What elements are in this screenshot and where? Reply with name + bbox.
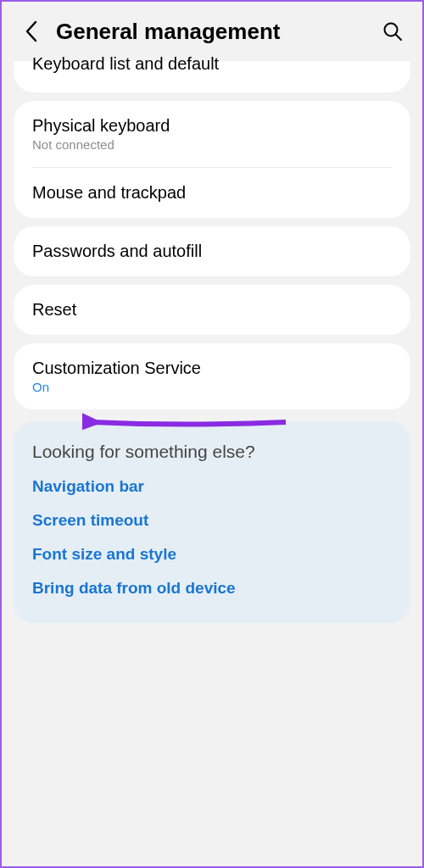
item-mouse-trackpad[interactable]: Mouse and trackpad [14,168,410,218]
section-customization: Customization Service On [14,343,410,409]
item-sub: On [32,380,392,394]
section-input-devices: Physical keyboard Not connected Mouse an… [14,101,410,218]
page-title: General management [56,19,380,45]
link-navigation-bar[interactable]: Navigation bar [32,477,392,496]
item-physical-keyboard[interactable]: Physical keyboard Not connected [14,101,410,167]
link-font-size-style[interactable]: Font size and style [32,545,392,564]
link-bring-data[interactable]: Bring data from old device [32,579,392,598]
item-label: Passwords and autofill [32,242,392,261]
item-label: Physical keyboard [32,116,392,136]
item-reset[interactable]: Reset [14,285,410,335]
footer-title: Looking for something else? [32,442,392,462]
item-label: Customization Service [32,359,392,378]
item-label: Reset [32,300,392,320]
back-icon[interactable] [17,17,46,46]
link-screen-timeout[interactable]: Screen timeout [32,511,392,530]
item-passwords-autofill[interactable]: Passwords and autofill [14,226,410,276]
header: General management [2,2,422,61]
section-truncated: Keyboard list and default [14,61,410,92]
item-keyboard-list[interactable]: Keyboard list and default [14,54,410,86]
item-sub: Not connected [32,137,392,152]
item-customization-service[interactable]: Customization Service On [14,343,410,409]
item-label: Mouse and trackpad [32,183,392,203]
section-passwords: Passwords and autofill [14,226,410,276]
svg-point-0 [385,24,398,36]
search-icon[interactable] [380,19,405,44]
svg-line-1 [396,35,401,40]
section-reset: Reset [14,285,410,335]
footer-section: Looking for something else? Navigation b… [14,421,410,623]
